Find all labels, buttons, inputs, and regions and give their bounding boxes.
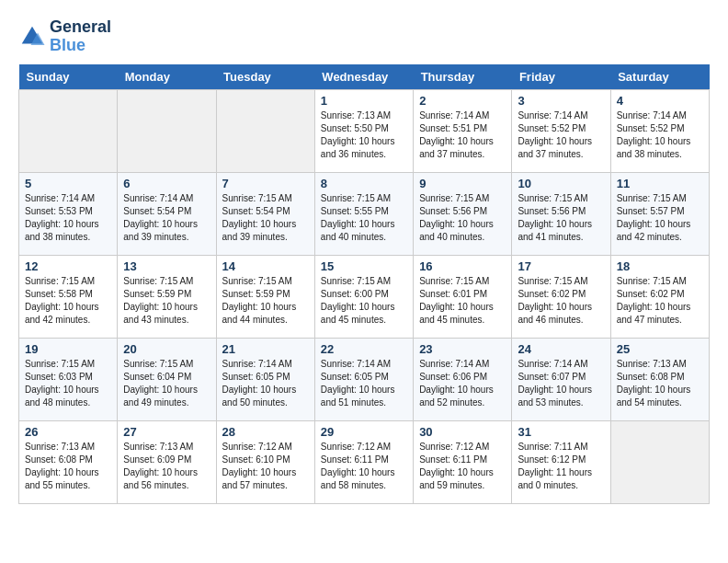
calendar-cell: [216, 89, 314, 172]
day-info: Sunrise: 7:15 AM Sunset: 5:56 PM Dayligh…: [419, 192, 506, 244]
day-info: Sunrise: 7:14 AM Sunset: 6:05 PM Dayligh…: [222, 358, 309, 409]
logo-icon: [18, 23, 46, 51]
day-info: Sunrise: 7:11 AM Sunset: 6:12 PM Dayligh…: [518, 441, 604, 492]
day-info: Sunrise: 7:15 AM Sunset: 6:01 PM Dayligh…: [419, 275, 506, 327]
day-info: Sunrise: 7:15 AM Sunset: 5:54 PM Dayligh…: [222, 192, 309, 244]
day-info: Sunrise: 7:15 AM Sunset: 5:57 PM Dayligh…: [617, 192, 703, 244]
day-number: 13: [123, 259, 210, 273]
day-info: Sunrise: 7:15 AM Sunset: 5:55 PM Dayligh…: [321, 192, 407, 244]
day-info: Sunrise: 7:12 AM Sunset: 6:11 PM Dayligh…: [321, 441, 407, 492]
day-info: Sunrise: 7:13 AM Sunset: 6:08 PM Dayligh…: [617, 358, 703, 409]
calendar-week: 5Sunrise: 7:14 AM Sunset: 5:53 PM Daylig…: [19, 172, 710, 255]
day-info: Sunrise: 7:15 AM Sunset: 5:59 PM Dayligh…: [123, 275, 210, 327]
day-number: 28: [222, 425, 309, 439]
day-info: Sunrise: 7:14 AM Sunset: 5:54 PM Dayligh…: [123, 192, 210, 244]
calendar-cell: 27Sunrise: 7:13 AM Sunset: 6:09 PM Dayli…: [118, 420, 216, 503]
calendar-cell: 10Sunrise: 7:15 AM Sunset: 5:56 PM Dayli…: [512, 172, 610, 255]
day-info: Sunrise: 7:15 AM Sunset: 5:56 PM Dayligh…: [518, 192, 604, 244]
day-number: 9: [419, 177, 506, 190]
calendar-cell: 9Sunrise: 7:15 AM Sunset: 5:56 PM Daylig…: [414, 172, 512, 255]
calendar-cell: 8Sunrise: 7:15 AM Sunset: 5:55 PM Daylig…: [314, 172, 413, 255]
calendar-cell: 28Sunrise: 7:12 AM Sunset: 6:10 PM Dayli…: [216, 420, 314, 503]
page-header: General Blue: [18, 18, 710, 55]
calendar-cell: 30Sunrise: 7:12 AM Sunset: 6:11 PM Dayli…: [414, 420, 512, 503]
day-number: 21: [222, 342, 309, 356]
day-number: 29: [321, 425, 407, 439]
day-number: 6: [123, 177, 210, 190]
day-info: Sunrise: 7:15 AM Sunset: 6:02 PM Dayligh…: [617, 275, 703, 327]
calendar-cell: 14Sunrise: 7:15 AM Sunset: 5:59 PM Dayli…: [216, 255, 314, 338]
calendar-cell: 13Sunrise: 7:15 AM Sunset: 5:59 PM Dayli…: [118, 255, 216, 338]
calendar-cell: 21Sunrise: 7:14 AM Sunset: 6:05 PM Dayli…: [216, 338, 314, 420]
weekday-header: Tuesday: [216, 64, 314, 90]
day-number: 3: [518, 94, 604, 108]
day-info: Sunrise: 7:14 AM Sunset: 5:52 PM Dayligh…: [617, 109, 703, 161]
day-number: 1: [321, 94, 407, 108]
day-number: 30: [419, 425, 506, 439]
day-info: Sunrise: 7:14 AM Sunset: 6:06 PM Dayligh…: [419, 358, 506, 409]
calendar-header: SundayMondayTuesdayWednesdayThursdayFrid…: [19, 64, 710, 90]
calendar-cell: 17Sunrise: 7:15 AM Sunset: 6:02 PM Dayli…: [512, 255, 610, 338]
calendar-cell: [19, 89, 118, 172]
calendar-cell: 19Sunrise: 7:15 AM Sunset: 6:03 PM Dayli…: [19, 338, 118, 420]
calendar-week: 26Sunrise: 7:13 AM Sunset: 6:08 PM Dayli…: [19, 420, 710, 503]
day-number: 17: [518, 259, 604, 273]
weekday-header: Sunday: [19, 64, 118, 90]
calendar-cell: 5Sunrise: 7:14 AM Sunset: 5:53 PM Daylig…: [19, 172, 118, 255]
day-info: Sunrise: 7:13 AM Sunset: 6:09 PM Dayligh…: [123, 441, 210, 492]
calendar-week: 12Sunrise: 7:15 AM Sunset: 5:58 PM Dayli…: [19, 255, 710, 338]
calendar-cell: [610, 420, 709, 503]
day-number: 24: [518, 342, 604, 356]
day-number: 11: [617, 177, 703, 190]
calendar-cell: 4Sunrise: 7:14 AM Sunset: 5:52 PM Daylig…: [610, 89, 709, 172]
day-info: Sunrise: 7:15 AM Sunset: 6:04 PM Dayligh…: [123, 358, 210, 409]
day-info: Sunrise: 7:15 AM Sunset: 5:58 PM Dayligh…: [25, 275, 111, 327]
calendar-cell: 1Sunrise: 7:13 AM Sunset: 5:50 PM Daylig…: [314, 89, 413, 172]
day-info: Sunrise: 7:13 AM Sunset: 5:50 PM Dayligh…: [321, 109, 407, 161]
day-number: 8: [321, 177, 407, 190]
day-info: Sunrise: 7:14 AM Sunset: 5:52 PM Dayligh…: [518, 109, 604, 161]
calendar-cell: 29Sunrise: 7:12 AM Sunset: 6:11 PM Dayli…: [314, 420, 413, 503]
day-number: 15: [321, 259, 407, 273]
day-number: 14: [222, 259, 309, 273]
calendar-cell: 20Sunrise: 7:15 AM Sunset: 6:04 PM Dayli…: [118, 338, 216, 420]
calendar-cell: 26Sunrise: 7:13 AM Sunset: 6:08 PM Dayli…: [19, 420, 118, 503]
day-info: Sunrise: 7:15 AM Sunset: 6:02 PM Dayligh…: [518, 275, 604, 327]
day-number: 20: [123, 342, 210, 356]
day-number: 2: [419, 94, 506, 108]
day-number: 22: [321, 342, 407, 356]
day-number: 18: [617, 259, 703, 273]
calendar-cell: 3Sunrise: 7:14 AM Sunset: 5:52 PM Daylig…: [512, 89, 610, 172]
day-number: 10: [518, 177, 604, 190]
day-number: 31: [518, 425, 604, 439]
calendar-cell: 22Sunrise: 7:14 AM Sunset: 6:05 PM Dayli…: [314, 338, 413, 420]
day-number: 26: [25, 425, 111, 439]
day-number: 16: [419, 259, 506, 273]
calendar-cell: 12Sunrise: 7:15 AM Sunset: 5:58 PM Dayli…: [19, 255, 118, 338]
weekday-header: Wednesday: [314, 64, 413, 90]
day-number: 5: [25, 177, 111, 190]
calendar-cell: 11Sunrise: 7:15 AM Sunset: 5:57 PM Dayli…: [610, 172, 709, 255]
calendar-week: 1Sunrise: 7:13 AM Sunset: 5:50 PM Daylig…: [19, 89, 710, 172]
calendar-table: SundayMondayTuesdayWednesdayThursdayFrid…: [18, 64, 710, 504]
calendar-cell: 23Sunrise: 7:14 AM Sunset: 6:06 PM Dayli…: [414, 338, 512, 420]
day-number: 7: [222, 177, 309, 190]
day-info: Sunrise: 7:14 AM Sunset: 6:07 PM Dayligh…: [518, 358, 604, 409]
calendar-week: 19Sunrise: 7:15 AM Sunset: 6:03 PM Dayli…: [19, 338, 710, 420]
calendar-cell: 31Sunrise: 7:11 AM Sunset: 6:12 PM Dayli…: [512, 420, 610, 503]
calendar-cell: 6Sunrise: 7:14 AM Sunset: 5:54 PM Daylig…: [118, 172, 216, 255]
day-info: Sunrise: 7:14 AM Sunset: 6:05 PM Dayligh…: [321, 358, 407, 409]
logo: General Blue: [18, 18, 111, 55]
day-number: 19: [25, 342, 111, 356]
day-number: 25: [617, 342, 703, 356]
day-info: Sunrise: 7:14 AM Sunset: 5:53 PM Dayligh…: [25, 192, 111, 244]
day-info: Sunrise: 7:15 AM Sunset: 5:59 PM Dayligh…: [222, 275, 309, 327]
calendar-cell: 2Sunrise: 7:14 AM Sunset: 5:51 PM Daylig…: [414, 89, 512, 172]
day-info: Sunrise: 7:14 AM Sunset: 5:51 PM Dayligh…: [419, 109, 506, 161]
day-info: Sunrise: 7:15 AM Sunset: 6:00 PM Dayligh…: [321, 275, 407, 327]
calendar-cell: 18Sunrise: 7:15 AM Sunset: 6:02 PM Dayli…: [610, 255, 709, 338]
calendar-cell: 24Sunrise: 7:14 AM Sunset: 6:07 PM Dayli…: [512, 338, 610, 420]
logo-text: General Blue: [50, 18, 111, 55]
day-number: 12: [25, 259, 111, 273]
day-info: Sunrise: 7:13 AM Sunset: 6:08 PM Dayligh…: [25, 441, 111, 492]
